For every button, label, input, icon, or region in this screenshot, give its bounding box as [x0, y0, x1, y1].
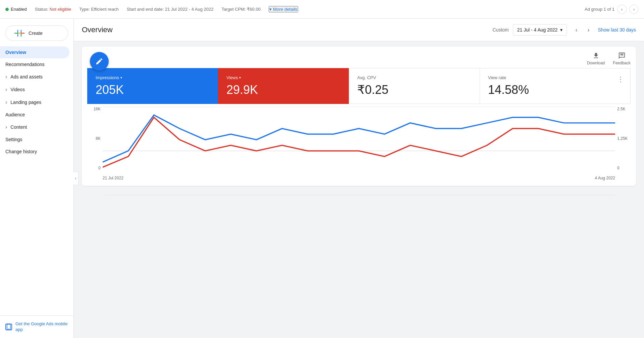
- enabled-dot: [5, 8, 9, 11]
- chevron-left-icon: ‹: [75, 176, 76, 181]
- impressions-dropdown-icon[interactable]: ▾: [120, 76, 122, 79]
- views-card: Views ▾ 29.9K: [218, 68, 349, 104]
- svg-rect-9: [620, 55, 623, 55]
- sidebar-item-audience-label: Audience: [5, 112, 25, 117]
- sidebar: Create Overview Recommendations › Ads an…: [0, 19, 74, 338]
- right-arrow-icon: ›: [5, 74, 7, 80]
- sidebar-item-videos[interactable]: › Videos: [0, 83, 69, 96]
- sidebar-item-ads-assets[interactable]: › Ads and assets: [0, 70, 69, 83]
- google-plus-icon: [17, 29, 25, 37]
- date-nav: ‹ ›: [571, 24, 594, 35]
- dropdown-arrow-icon: ▾: [560, 27, 562, 33]
- y-right-top: 2.5K: [617, 107, 631, 111]
- next-date-button[interactable]: ›: [583, 24, 594, 35]
- y-right-mid: 1.25K: [617, 136, 631, 141]
- date-value: 21 Jul 2022 - 4 Aug 2022: [165, 7, 214, 12]
- date-controls: Custom 21 Jul - 4 Aug 2022 ▾ ‹ › Show la…: [492, 24, 636, 36]
- x-label-end: 4 Aug 2022: [595, 176, 615, 180]
- overview-header: Overview Custom 21 Jul - 4 Aug 2022 ▾ ‹ …: [74, 19, 644, 41]
- sidebar-item-overview[interactable]: Overview: [0, 46, 69, 58]
- chart-x-labels: 21 Jul 2022 4 Aug 2022: [103, 176, 615, 180]
- custom-label: Custom: [492, 27, 508, 33]
- chart-y-left-labels: 16K 8K 0: [87, 107, 101, 170]
- x-label-start: 21 Jul 2022: [103, 176, 123, 180]
- y-left-top: 16K: [87, 107, 101, 111]
- create-label: Create: [29, 31, 43, 36]
- status-value: Not eligible: [50, 7, 71, 12]
- top-bar: Enabled Status: Not eligible Type: Effic…: [0, 0, 644, 19]
- date-range-value: 21 Jul - 4 Aug 2022: [517, 27, 558, 33]
- content-area: Overview Custom 21 Jul - 4 Aug 2022 ▾ ‹ …: [74, 19, 644, 338]
- chart-y-right-labels: 2.5K 1.25K 0: [617, 107, 631, 170]
- cpm-value: ₹60.00: [247, 7, 261, 12]
- prev-ad-group-button[interactable]: ‹: [617, 5, 627, 14]
- ad-group-nav: Ad group 1 of 1 ‹ ›: [585, 5, 639, 14]
- view-rate-card: View rate 14.58%: [480, 68, 610, 104]
- sidebar-item-settings-label: Settings: [5, 137, 22, 142]
- feedback-button[interactable]: Feedback: [613, 52, 631, 65]
- main-layout: Create Overview Recommendations › Ads an…: [0, 19, 644, 338]
- phone-icon: [5, 324, 12, 330]
- sidebar-item-recommendations[interactable]: Recommendations: [0, 58, 69, 70]
- status-enabled: Enabled: [5, 7, 27, 12]
- impressions-value: 205K: [96, 83, 210, 97]
- sidebar-item-content[interactable]: › Content: [0, 121, 69, 133]
- show-last-30-button[interactable]: Show last 30 days: [598, 27, 636, 33]
- views-dropdown-icon[interactable]: ▾: [239, 76, 241, 79]
- type-value: Efficient reach: [91, 7, 119, 12]
- sidebar-item-content-label: Content: [10, 124, 27, 130]
- create-button[interactable]: Create: [5, 25, 68, 41]
- view-rate-value: 14.58%: [488, 83, 602, 97]
- status-text: Status:: [35, 7, 48, 12]
- more-options-icon[interactable]: ⋮: [617, 75, 624, 83]
- views-label: Views ▾: [226, 75, 341, 80]
- date-text: Start and end date:: [127, 7, 164, 12]
- sidebar-item-settings[interactable]: Settings: [0, 133, 69, 146]
- sidebar-item-landing-pages-label: Landing pages: [10, 100, 41, 105]
- date-range-dropdown[interactable]: 21 Jul - 4 Aug 2022 ▾: [513, 24, 567, 36]
- cpm-text: Target CPM:: [221, 7, 246, 12]
- feedback-label: Feedback: [613, 61, 631, 65]
- sidebar-item-change-history-label: Change history: [5, 149, 37, 154]
- sidebar-bottom: Get the Google Ads mobile app: [0, 316, 73, 338]
- sidebar-nav: Overview Recommendations › Ads and asset…: [0, 46, 73, 316]
- type-text: Type:: [79, 7, 90, 12]
- more-details-button[interactable]: ▾ More details: [269, 6, 298, 12]
- download-button[interactable]: Download: [587, 52, 605, 65]
- svg-rect-10: [620, 54, 623, 55]
- views-value: 29.9K: [226, 83, 341, 97]
- sidebar-item-change-history[interactable]: Change history: [0, 146, 69, 158]
- more-details-label: More details: [273, 7, 298, 12]
- mobile-app-label: Get the Google Ads mobile app: [15, 321, 68, 333]
- sidebar-item-recommendations-label: Recommendations: [5, 62, 45, 67]
- y-right-bot: 0: [617, 166, 631, 170]
- date-section: Start and end date: 21 Jul 2022 - 4 Aug …: [127, 7, 214, 12]
- prev-date-button[interactable]: ‹: [571, 24, 582, 35]
- avg-cpv-label: Avg. CPV: [357, 75, 472, 80]
- next-ad-group-button[interactable]: ›: [629, 5, 639, 14]
- sidebar-item-overview-label: Overview: [5, 50, 26, 55]
- edit-fab-button[interactable]: [90, 52, 109, 71]
- impressions-card: Impressions ▾ 205K: [87, 68, 218, 104]
- type-section: Type: Efficient reach: [79, 7, 119, 12]
- download-label: Download: [587, 61, 605, 65]
- view-rate-label: View rate: [488, 75, 602, 80]
- metric-more-options: ⋮: [610, 68, 631, 104]
- chevron-down-icon: ▾: [269, 7, 272, 12]
- status-section: Status: Not eligible: [35, 7, 71, 12]
- chart-svg: [103, 107, 615, 195]
- metric-cards: Impressions ▾ 205K Views ▾ 29.9K Avg. CP…: [87, 68, 631, 104]
- enabled-label: Enabled: [11, 7, 27, 12]
- sidebar-item-landing-pages[interactable]: › Landing pages: [0, 96, 69, 109]
- y-left-mid: 8K: [87, 136, 101, 141]
- edit-icon: [95, 57, 103, 65]
- mobile-app-link[interactable]: Get the Google Ads mobile app: [5, 321, 68, 333]
- chart-section: Download Feedback Impressions ▾: [82, 47, 636, 186]
- sidebar-item-audience[interactable]: Audience: [0, 109, 69, 121]
- sidebar-collapse-button[interactable]: ‹: [73, 172, 78, 185]
- chart-container: 16K 8K 0 2.5K 1.25K 0: [87, 107, 631, 180]
- avg-cpv-card: Avg. CPV ₹0.25: [349, 68, 480, 104]
- impressions-label: Impressions ▾: [96, 75, 210, 80]
- right-arrow-icon-content: ›: [5, 124, 7, 130]
- chart-actions: Download Feedback: [87, 52, 631, 65]
